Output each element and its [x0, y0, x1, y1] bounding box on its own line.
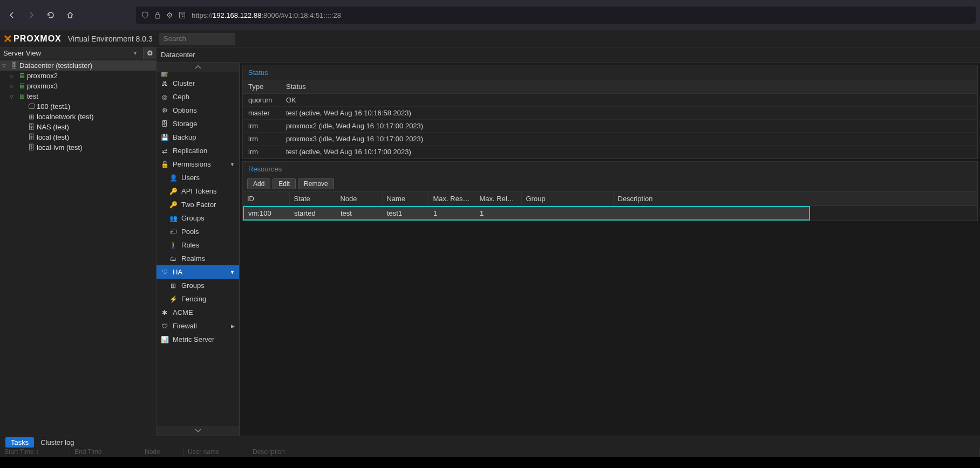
- home-button[interactable]: [63, 8, 78, 23]
- menu-item-options[interactable]: ⚙Options: [156, 104, 239, 117]
- menu-label: Permissions: [173, 160, 211, 168]
- lock-icon: [154, 11, 161, 19]
- scroll-down-button[interactable]: [156, 426, 239, 436]
- menu-label: API Tokens: [181, 187, 217, 195]
- menu-item-cluster[interactable]: 🖧Cluster: [156, 77, 239, 90]
- menu-item-ha[interactable]: ♡HA▼: [156, 265, 239, 279]
- menu-item-acme[interactable]: ✱ACME: [156, 306, 239, 319]
- tab-tasks[interactable]: Tasks: [5, 437, 34, 448]
- menu-icon: ⚡: [169, 295, 177, 303]
- status-row[interactable]: lrmtest (active, Wed Aug 16 10:17:00 202…: [243, 146, 977, 159]
- tree-datacenter[interactable]: ▽ 🗄 Datacenter (testcluster): [0, 60, 156, 71]
- menu-label: Options: [173, 106, 197, 114]
- status-row[interactable]: quorumOK: [243, 94, 977, 107]
- permissions-icon: ⚙: [166, 11, 173, 19]
- menu-item-permissions[interactable]: 🔓Permissions▼: [156, 157, 239, 171]
- remove-button[interactable]: Remove: [298, 178, 334, 189]
- tree-storage-nas[interactable]: 🗄 NAS (test): [0, 122, 156, 132]
- menu-label: Firewall: [173, 322, 197, 330]
- key-icon: ⚿: [179, 11, 186, 19]
- col-group[interactable]: Group: [521, 192, 613, 206]
- settings-button[interactable]: ⚙: [143, 47, 156, 59]
- search-input[interactable]: [159, 33, 235, 45]
- menu-icon: 🛡: [161, 322, 168, 330]
- tree-node-proxmox2[interactable]: ▷ 🖥 proxmox2: [0, 71, 156, 81]
- reload-button[interactable]: [43, 8, 58, 23]
- menu-item-firewall[interactable]: 🛡Firewall▶: [156, 319, 239, 333]
- menu-item-replication[interactable]: ⇄Replication: [156, 144, 239, 157]
- edit-button[interactable]: Edit: [273, 178, 296, 189]
- server-icon: 🗄: [10, 61, 18, 70]
- col-description[interactable]: Description: [613, 192, 977, 206]
- collapse-icon[interactable]: ▽: [2, 63, 9, 68]
- collapse-icon[interactable]: ▽: [10, 94, 16, 99]
- expand-icon[interactable]: ▷: [10, 84, 16, 89]
- menu-item-two-factor[interactable]: 🔑Two Factor: [156, 198, 239, 211]
- menu-label: Groups: [181, 214, 205, 222]
- storage-icon: 🗄: [27, 143, 36, 152]
- storage-icon: 🗄: [27, 123, 36, 131]
- svg-rect-0: [155, 15, 160, 18]
- menu-item-pools[interactable]: 🏷Pools: [156, 225, 239, 238]
- menu-item-groups[interactable]: ⊞Groups: [156, 279, 239, 292]
- cell-id: vm:100: [243, 207, 290, 220]
- menu-item-users[interactable]: 👤Users: [156, 171, 239, 184]
- menu-icon: 💾: [161, 134, 168, 141]
- menu-item-roles[interactable]: 🚶Roles: [156, 238, 239, 252]
- status-row[interactable]: lrmproxmox2 (idle, Wed Aug 16 10:17:00 2…: [243, 120, 977, 133]
- menu-label: Two Factor: [181, 201, 216, 209]
- col-state[interactable]: State: [289, 192, 336, 206]
- add-button[interactable]: Add: [247, 178, 270, 189]
- col-name[interactable]: Name: [382, 192, 428, 206]
- menu-label: Cluster: [173, 79, 195, 87]
- address-bar[interactable]: ⚙ ⚿ https://192.168.122.88:8006/#v1:0:18…: [136, 6, 976, 24]
- monitor-icon: 🖵: [27, 102, 36, 111]
- tree-node-test[interactable]: ▽ 🖥 test: [0, 91, 156, 101]
- menu-item-storage[interactable]: 🗄Storage: [156, 117, 239, 130]
- view-selector[interactable]: Server View ▼ ⚙: [0, 47, 156, 59]
- resources-panel: Resources Add Edit Remove ID State: [242, 161, 978, 221]
- back-button[interactable]: [4, 8, 19, 23]
- breadcrumb: Datacenter: [156, 47, 980, 63]
- expand-icon[interactable]: ▷: [10, 73, 16, 79]
- menu-item-ceph[interactable]: ◎Ceph: [156, 90, 239, 104]
- node-icon: 🖥: [17, 72, 26, 80]
- browser-toolbar: ⚙ ⚿ https://192.168.122.88:8006/#v1:0:18…: [0, 0, 980, 30]
- config-menu: 📝🖧Cluster◎Ceph⚙Options🗄Storage💾Backup⇄Re…: [156, 63, 240, 436]
- scroll-up-button[interactable]: [156, 63, 239, 72]
- status-header-type: Type: [243, 80, 281, 94]
- menu-item-groups[interactable]: 👥Groups: [156, 211, 239, 225]
- col-id[interactable]: ID: [243, 192, 289, 206]
- menu-item-fencing[interactable]: ⚡Fencing: [156, 292, 239, 306]
- menu-item-backup[interactable]: 💾Backup: [156, 130, 239, 144]
- status-row[interactable]: mastertest (active, Wed Aug 16 10:16:58 …: [243, 107, 977, 120]
- col-node[interactable]: Node: [336, 192, 382, 206]
- tree-storage-local[interactable]: 🗄 local (test): [0, 132, 156, 142]
- menu-label: Pools: [181, 228, 199, 236]
- tree-localnetwork[interactable]: ⊞ localnetwork (test): [0, 112, 156, 122]
- chevron-right-icon: ▶: [231, 324, 235, 329]
- status-row[interactable]: lrmproxmox3 (idle, Wed Aug 16 10:17:00 2…: [243, 133, 977, 146]
- menu-item-metric-server[interactable]: 📊Metric Server: [156, 333, 239, 346]
- resource-row-selected[interactable]: vm:100 started test test1 1 1: [243, 207, 809, 220]
- tree-node-proxmox3[interactable]: ▷ 🖥 proxmox3: [0, 81, 156, 91]
- menu-label: Users: [181, 174, 200, 182]
- status-value: proxmox2 (idle, Wed Aug 16 10:17:00 2023…: [281, 120, 977, 133]
- forward-button[interactable]: [24, 8, 39, 23]
- version-label: Virtual Environment 8.0.3: [68, 35, 153, 43]
- menu-item-realms[interactable]: 🗂Realms: [156, 252, 239, 265]
- chevron-down-icon: ▼: [133, 51, 140, 56]
- tree-storage-local-lvm[interactable]: 🗄 local-lvm (test): [0, 142, 156, 153]
- menu-icon: ✱: [161, 309, 168, 316]
- tasks-panel: Tasks Cluster log Start Time ↓ End Time …: [0, 436, 980, 457]
- menu-label: Fencing: [181, 295, 206, 303]
- menu-item-notes[interactable]: 📝: [156, 72, 239, 77]
- tree-vm-100[interactable]: 🖵 100 (test1): [0, 101, 156, 112]
- status-panel: Status Type Status quorumOKmastertest (a…: [242, 65, 978, 159]
- network-icon: ⊞: [27, 113, 36, 121]
- menu-item-api-tokens[interactable]: 🔑API Tokens: [156, 184, 239, 198]
- tab-cluster-log[interactable]: Cluster log: [35, 437, 79, 448]
- status-type: lrm: [243, 133, 281, 146]
- col-max-restart[interactable]: Max. Restart: [428, 192, 475, 206]
- col-max-reloc[interactable]: Max. Reloc…: [475, 192, 521, 206]
